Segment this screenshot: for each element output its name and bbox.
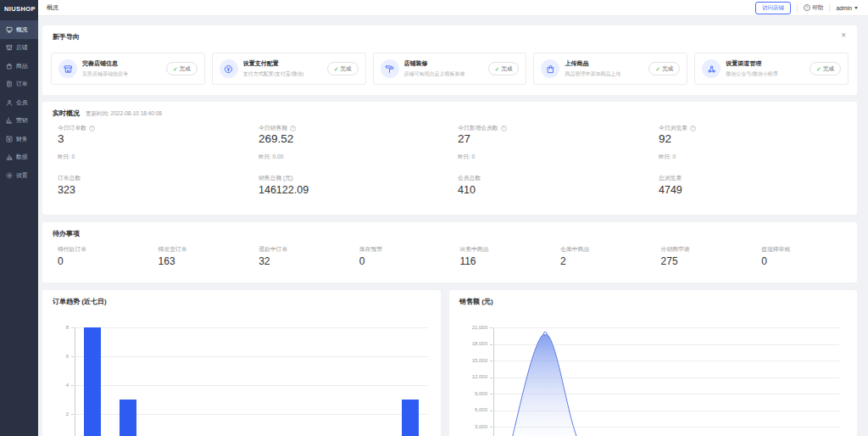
stat-total-label: 订单总数: [58, 174, 81, 182]
visit-shop-button[interactable]: 访问店铺: [755, 2, 791, 14]
divider: [797, 4, 798, 12]
axis-tick: [490, 427, 492, 428]
user-menu[interactable]: admin: [836, 5, 858, 11]
stat-label: 今日浏览量?: [659, 124, 696, 132]
todo-label: 退款中订单: [259, 245, 287, 254]
guide-done-button[interactable]: ✓完成: [488, 62, 520, 75]
sidebar-item-finance[interactable]: 财务: [0, 130, 38, 148]
stat-value: 3: [58, 132, 64, 145]
channel-icon: [702, 59, 721, 78]
sidebar-item-data[interactable]: 数据: [0, 148, 38, 167]
area-fill: [510, 333, 821, 436]
axis-tick: [490, 327, 492, 328]
sidebar-item-marketing[interactable]: 营销: [0, 112, 38, 131]
app-logo: NIUSHOP: [0, 0, 38, 17]
sidebar-item-label: 店铺: [16, 43, 28, 52]
help-menu[interactable]: ? 帮助: [804, 3, 824, 12]
guide-done-button[interactable]: ✓完成: [166, 62, 198, 75]
guide-card-subtitle: 支付方式配置(支付宝/微信): [243, 70, 322, 78]
dashboard-icon: [6, 26, 13, 33]
axis-tick: [71, 356, 74, 357]
guide-done-button[interactable]: ✓完成: [810, 62, 841, 75]
sales-chart-panel[interactable]: 销售额 (元) 3,0006,0009,00012,00015,00018,00…: [449, 290, 857, 436]
order-trend-chart-panel[interactable]: 订单趋势 (近七日) 2468: [42, 290, 441, 436]
sidebar-item-order[interactable]: 订单: [0, 75, 38, 94]
check-icon: ✓: [173, 66, 178, 72]
info-icon[interactable]: ?: [290, 126, 296, 131]
sidebar-item-label: 营销: [16, 116, 28, 125]
guide-done-button[interactable]: ✓完成: [648, 62, 680, 75]
todo-panel: 待办事项 待付款订单0待发货订单163退款中订单32库存预警0出售中商品116仓…: [42, 222, 857, 282]
guide-done-button[interactable]: ✓完成: [327, 62, 359, 75]
axis-tick: [71, 327, 74, 328]
bar: [402, 400, 419, 436]
todo-value: 0: [761, 255, 767, 267]
sidebar-item-dashboard[interactable]: 概况: [0, 20, 38, 39]
info-icon[interactable]: ?: [501, 126, 507, 131]
y-axis-label: 2: [42, 411, 69, 416]
sidebar-item-shop[interactable]: 店铺: [0, 39, 38, 58]
close-icon[interactable]: ×: [841, 31, 846, 40]
todo-value: 2: [560, 255, 566, 267]
sidebar-item-settings[interactable]: 设置: [0, 166, 38, 185]
stat-total-value: 146122.09: [259, 184, 309, 196]
y-axis-label: 4: [42, 383, 69, 388]
guide-done-label: 完成: [501, 65, 512, 73]
marketing-icon: [6, 117, 13, 124]
newbie-guide-panel: 新手导向 × 完善店铺信息完善店铺基础信息等✓完成设置支付配置支付方式配置(支付…: [42, 25, 857, 95]
bar: [84, 327, 101, 436]
sidebar-item-label: 会员: [16, 98, 28, 107]
check-icon: ✓: [334, 66, 339, 72]
divider: [829, 4, 830, 12]
info-icon[interactable]: ?: [89, 126, 95, 131]
axis-tick: [71, 414, 74, 415]
todo-value: 0: [58, 255, 64, 267]
stat-total-value: 323: [58, 184, 75, 196]
peak-dot: [543, 332, 547, 335]
sales-area-chart: [493, 327, 839, 436]
guide-done-label: 完成: [823, 65, 834, 73]
guide-card-text: 完善店铺信息完善店铺基础信息等: [82, 59, 161, 78]
guide-card-decorate: 店铺装修店铺可实现自定义模板装修✓完成: [373, 53, 527, 85]
guide-done-label: 完成: [662, 65, 673, 73]
sales-chart-title: 销售额 (元): [459, 297, 493, 306]
help-label: 帮助: [812, 3, 824, 12]
axis-tick: [490, 361, 492, 361]
guide-card-title: 上传商品: [565, 59, 643, 68]
y-axis-label: 3,000: [449, 424, 487, 429]
todo-label: 库存预警: [359, 245, 382, 254]
guide-card-channel: 设置渠道管理微信公众号/微信小程序✓完成: [694, 53, 849, 85]
y-axis: [75, 327, 75, 436]
update-time: 更新时间: 2022-08-10 18:40:08: [86, 110, 162, 118]
shop-icon: [6, 44, 13, 51]
stat-yesterday: 昨日: 0.00: [259, 154, 283, 161]
stat-label: 今日订单数?: [58, 124, 95, 132]
stat-label: 今日销售额?: [259, 124, 296, 132]
bar: [120, 400, 136, 436]
guide-card-subtitle: 店铺可实现自定义模板装修: [404, 70, 483, 78]
guide-card-pay: 设置支付配置支付方式配置(支付宝/微信)✓完成: [212, 53, 366, 85]
guide-card-text: 设置支付配置支付方式配置(支付宝/微信): [243, 59, 322, 78]
todo-label: 待发货订单: [159, 245, 187, 254]
stat-total-value: 4749: [659, 184, 682, 196]
stat-yesterday: 昨日: 0: [458, 154, 475, 161]
todo-value: 0: [359, 255, 365, 267]
guide-card-text: 设置渠道管理微信公众号/微信小程序: [726, 59, 804, 78]
gridline: [75, 327, 428, 328]
stat-total-label: 会员总数: [458, 174, 481, 182]
check-icon: ✓: [816, 66, 821, 72]
info-icon[interactable]: ?: [690, 126, 696, 131]
y-axis-label: 9,000: [449, 391, 487, 396]
guide-card-title: 店铺装修: [404, 59, 483, 68]
stat-total-value: 410: [458, 184, 476, 196]
guide-card-title: 完善店铺信息: [82, 59, 161, 68]
realtime-title: 实时概况: [53, 109, 80, 118]
stat-value: 27: [458, 132, 470, 145]
stat-value: 92: [659, 132, 671, 145]
axis-tick: [490, 344, 492, 345]
sidebar-item-member[interactable]: 会员: [0, 93, 38, 112]
y-axis-label: 6: [42, 354, 69, 359]
sidebar-item-goods[interactable]: 商品: [0, 57, 38, 75]
upload-icon: [541, 59, 559, 78]
guide-card-text: 店铺装修店铺可实现自定义模板装修: [404, 59, 483, 78]
